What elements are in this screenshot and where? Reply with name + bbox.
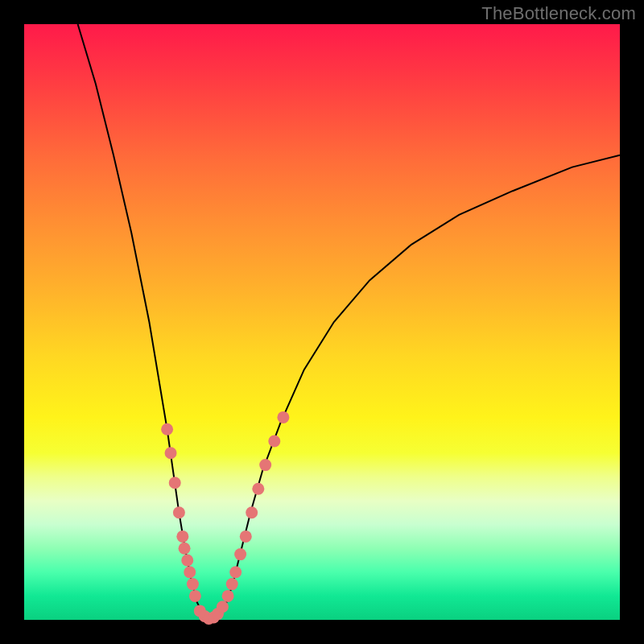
marker-dots	[161, 411, 289, 625]
chart-frame: TheBottleneck.com	[0, 0, 644, 644]
marker-dot	[277, 411, 289, 423]
marker-dot	[169, 477, 181, 489]
marker-dot	[246, 506, 258, 518]
marker-dot	[173, 506, 185, 518]
bottleneck-curve	[78, 24, 620, 620]
marker-dot	[189, 590, 201, 602]
marker-dot	[179, 543, 191, 555]
marker-dot	[268, 436, 280, 448]
marker-dot	[226, 578, 238, 590]
brand-watermark: TheBottleneck.com	[481, 3, 636, 24]
marker-dot	[176, 530, 188, 543]
marker-dot	[222, 590, 234, 602]
marker-dot	[181, 555, 193, 567]
marker-dot	[187, 578, 199, 590]
marker-dot	[229, 566, 242, 578]
marker-dot	[217, 601, 229, 613]
marker-dot	[252, 483, 264, 495]
marker-dot	[234, 548, 246, 560]
curve-svg	[24, 24, 620, 620]
marker-dot	[259, 459, 271, 471]
marker-dot	[165, 447, 177, 459]
marker-dot	[240, 530, 252, 543]
marker-dot	[161, 423, 173, 436]
marker-dot	[184, 566, 196, 578]
